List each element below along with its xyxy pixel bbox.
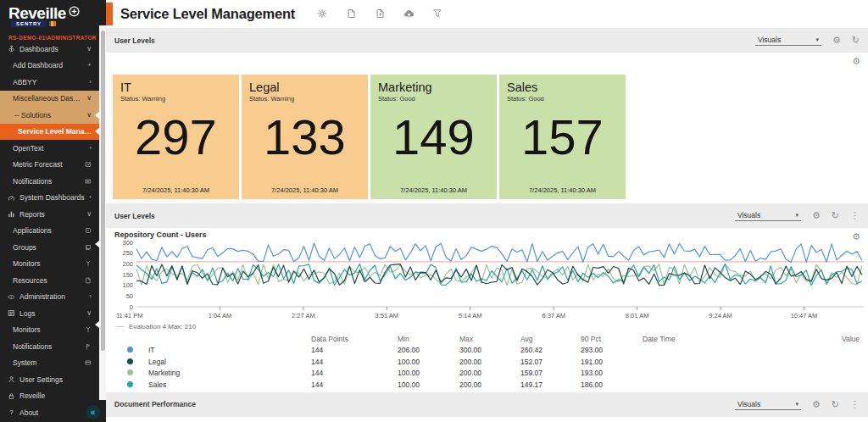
stats-value: 144 [311, 346, 398, 354]
sidebar-item-solutions[interactable]: -- Solutions∨ [0, 107, 99, 124]
kpi-card-status: Status: Good [378, 95, 489, 103]
gear-icon[interactable]: ⚙ [832, 36, 841, 45]
plus-icon: + [87, 62, 92, 69]
sidebar-item-add-dashboard[interactable]: Add Dashboard+ [0, 58, 99, 75]
sidebar-item-user-settings[interactable]: User Settings [0, 371, 99, 388]
visuals-select-value: Visuals [758, 36, 781, 44]
doc-icon[interactable] [346, 8, 356, 19]
sidebar-item-applications[interactable]: Applications [0, 223, 99, 240]
stats-col-min: Min [398, 335, 459, 343]
stats-value: 200.00 [459, 358, 520, 366]
sidebar-item-label: User Settings [19, 375, 92, 384]
stats-row-it[interactable]: IT144206.00300.00260.42293.00 [114, 345, 861, 357]
file-icon [85, 277, 92, 284]
series-stats-table: Data PointsMinMaxAvg90 PctDate TimeValue… [114, 333, 861, 391]
sidebar-item-opentext[interactable]: OpenText› [0, 140, 99, 157]
refresh-icon[interactable]: ↻ [852, 36, 860, 45]
flag-icon [49, 21, 56, 26]
page-titlebar: Service Level Management [106, 0, 868, 27]
main-content: Service Level Management User Levels Vis… [106, 0, 868, 422]
kebab-menu-icon[interactable]: ⋮ [850, 400, 860, 409]
sidebar-item-service-level-manage[interactable]: Service Level Manage.. [0, 124, 99, 141]
sidebar-item-metric-forecast[interactable]: Metric Forecast [0, 157, 99, 174]
kpi-card-marketing[interactable]: MarketingStatus: Good1497/24/2025, 11:40… [370, 75, 497, 199]
panel-title: User Levels [114, 36, 755, 45]
stats-value: 144 [311, 380, 398, 389]
visuals-select[interactable]: Visuals ▾ [735, 399, 801, 410]
app-icon [85, 227, 92, 234]
refresh-icon[interactable]: ↻ [832, 400, 839, 409]
reference-line-legend: — Evaluation 4 Max: 210 [116, 322, 861, 330]
stats-value: 293.00 [581, 346, 643, 354]
panel-title: User Levels [114, 212, 735, 220]
svg-text:250: 250 [122, 249, 133, 257]
sidebar-item-about[interactable]: ?About [0, 404, 99, 421]
cloud-upload-icon[interactable] [403, 8, 414, 19]
kpi-card-it[interactable]: ITStatus: Warning2977/24/2025, 11:40:30 … [113, 75, 239, 199]
stats-col-avg: Avg [520, 335, 581, 343]
chevron-down-icon: ▾ [795, 401, 798, 408]
sidebar-item-dashboards[interactable]: Dashboards∨ [0, 41, 99, 58]
sidebar-item-label: Groups [13, 243, 81, 252]
stats-row-legal[interactable]: Legal144100.00200.00152.07191.00 [114, 356, 861, 368]
visuals-select-value: Visuals [737, 211, 760, 219]
brand-logo: Reveille [0, 0, 106, 23]
kpi-card-row: ITStatus: Warning2977/24/2025, 11:40:30 … [113, 75, 626, 199]
visuals-select[interactable]: Visuals ▾ [735, 210, 801, 221]
stats-header-row: Data PointsMinMaxAvg90 PctDate TimeValue [114, 333, 861, 345]
sidebar-item-administration[interactable]: Administration› [0, 289, 99, 306]
page-title: Service Level Management [120, 6, 295, 22]
sidebar-item-abbyy[interactable]: ABBYY› [0, 74, 99, 91]
chevron-right-icon: › [89, 79, 92, 86]
kpi-card-legal[interactable]: LegalStatus: Warning1337/24/2025, 11:40:… [242, 75, 368, 199]
reference-line-swatch: — [116, 322, 124, 330]
sidebar-collapse-button[interactable]: « [86, 405, 100, 419]
sidebar-item-reports[interactable]: Reports∨ [0, 206, 99, 223]
sidebar-item-notifications[interactable]: Notifications [0, 338, 99, 355]
stats-value: 100.00 [398, 380, 459, 389]
sidebar-item-reveille[interactable]: Reveille [0, 388, 99, 405]
sidebar-item-groups[interactable]: Groups [0, 239, 99, 256]
stats-value: 144 [311, 369, 398, 377]
gear-icon[interactable]: ⚙ [852, 56, 860, 67]
stats-row-marketing[interactable]: Marketing144100.00200.00159.07193.00 [114, 368, 861, 380]
sidebar-item-logs[interactable]: Logs∨ [0, 305, 99, 322]
series-name: IT [148, 346, 311, 354]
page-title-actions [306, 8, 442, 19]
sidebar-item-resources[interactable]: Resources [0, 272, 99, 289]
chevron-down-icon: ∨ [86, 95, 92, 102]
flag-icon [85, 343, 92, 350]
message-icon [85, 178, 92, 185]
doc-export-icon[interactable] [375, 8, 385, 19]
sidebar-item-miscellaneous-dashb[interactable]: Miscellaneous Dashb...∨ [0, 91, 99, 108]
sidebar-item-monitors[interactable]: Monitors [0, 256, 99, 273]
anchor-icon [7, 45, 16, 53]
stats-value: 200.00 [459, 380, 520, 389]
funnel-icon[interactable] [432, 8, 442, 19]
logged-in-user: RS-DEMO-01\ADMINISTRATOR [0, 27, 106, 41]
gear-icon[interactable]: ⚙ [812, 211, 821, 220]
sidebar-scrollbar-thumb[interactable] [101, 31, 105, 351]
chevron-right-icon: › [89, 293, 92, 300]
sidebar: Reveille SENTRY RS-DEMO-01\ADMINISTRATOR… [0, 0, 106, 422]
visuals-select[interactable]: Visuals ▾ [755, 35, 821, 46]
kpi-card-sales[interactable]: SalesStatus: Good1577/24/2025, 11:40:30 … [499, 75, 626, 199]
sidebar-item-notifications[interactable]: Notifications [0, 173, 99, 190]
kpi-card-status: Status: Warning [120, 95, 231, 103]
gear-icon[interactable]: ⚙ [812, 400, 821, 409]
series-name: Legal [148, 358, 311, 366]
sidebar-scrollbar[interactable] [99, 25, 106, 400]
sidebar-item-label: About [19, 408, 92, 417]
kebab-menu-icon[interactable]: ⋮ [850, 211, 860, 220]
sidebar-item-monitors[interactable]: Monitors [0, 322, 99, 339]
refresh-icon[interactable]: ↻ [832, 211, 839, 220]
gear-icon[interactable] [317, 8, 327, 19]
antenna-icon [85, 260, 92, 267]
sidebar-item-system[interactable]: System [0, 355, 99, 372]
sidebar-item-system-dashboards[interactable]: System Dashboards› [0, 190, 99, 207]
kpi-card-value: 133 [242, 110, 368, 164]
gear-icon[interactable]: ⚙ [852, 231, 860, 242]
svg-text:3:51 AM: 3:51 AM [376, 312, 399, 319]
stats-row-sales[interactable]: Sales144100.00200.00149.17186.00 [114, 379, 861, 391]
kpi-card-status: Status: Warning [249, 95, 360, 103]
